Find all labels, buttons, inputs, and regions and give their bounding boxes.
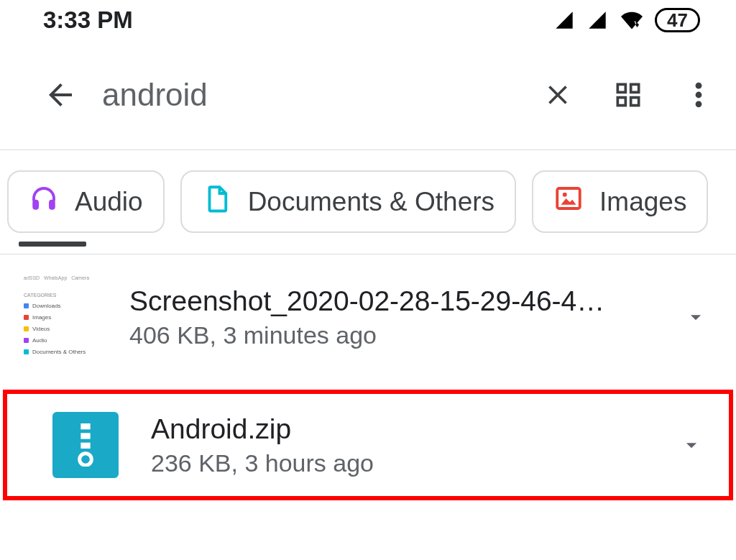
chip-documents[interactable]: Documents & Others <box>180 170 516 233</box>
svg-rect-4 <box>49 200 55 210</box>
svg-rect-5 <box>557 188 580 208</box>
chip-label: Audio <box>75 187 143 217</box>
search-input[interactable] <box>99 77 519 113</box>
svg-point-2 <box>696 101 702 107</box>
chip-label: Images <box>599 187 686 217</box>
file-name: Android.zip <box>151 413 650 445</box>
zip-icon <box>52 412 119 478</box>
screenshot-thumbnail: adSSD WhatsApp Camera CATEGORIES Downloa… <box>18 271 110 363</box>
file-thumbnail <box>39 404 132 486</box>
file-info: Android.zip 236 KB, 3 hours ago <box>151 413 650 477</box>
chevron-down-icon <box>679 433 704 457</box>
signal-icon <box>586 10 609 30</box>
status-bar: 3:33 PM 47 <box>0 0 736 40</box>
status-time: 3:33 PM <box>43 6 133 34</box>
svg-rect-7 <box>80 423 90 429</box>
list-item[interactable]: adSSD WhatsApp Camera CATEGORIES Downloa… <box>0 254 736 380</box>
highlight-annotation: Android.zip 236 KB, 3 hours ago <box>3 390 733 500</box>
wifi-icon <box>619 9 645 31</box>
status-icons: 47 <box>553 8 700 32</box>
expand-button[interactable] <box>673 305 719 329</box>
partial-list-item <box>19 242 98 247</box>
svg-point-6 <box>563 193 567 197</box>
close-icon <box>542 79 574 111</box>
app-bar <box>0 40 736 150</box>
file-meta: 406 KB, 3 minutes ago <box>129 321 654 349</box>
chip-label: Documents & Others <box>248 187 494 217</box>
svg-point-1 <box>696 92 702 98</box>
file-name: Screenshot_2020-02-28-15-29-46-4… <box>129 285 654 317</box>
chevron-down-icon <box>684 305 708 329</box>
filter-chips-row: Audio Documents & Others Images <box>0 150 736 253</box>
svg-point-10 <box>80 454 92 466</box>
more-vertical-icon <box>683 79 714 111</box>
image-icon <box>553 183 584 220</box>
back-button[interactable] <box>29 63 92 127</box>
file-thumbnail: adSSD WhatsApp Camera CATEGORIES Downloa… <box>17 270 111 364</box>
chip-images[interactable]: Images <box>532 170 708 233</box>
view-grid-button[interactable] <box>597 63 660 127</box>
grid-icon <box>612 79 644 111</box>
clear-search-button[interactable] <box>526 63 589 127</box>
list-item[interactable]: Android.zip 236 KB, 3 hours ago <box>17 398 722 492</box>
file-info: Screenshot_2020-02-28-15-29-46-4… 406 KB… <box>129 285 654 349</box>
arrow-left-icon <box>43 78 78 112</box>
svg-point-0 <box>696 83 702 89</box>
svg-rect-8 <box>80 433 90 439</box>
document-icon <box>202 183 232 220</box>
battery-level: 47 <box>655 8 700 32</box>
svg-rect-9 <box>80 443 90 449</box>
svg-rect-3 <box>32 200 39 210</box>
overflow-menu-button[interactable] <box>667 63 730 127</box>
headphones-icon <box>29 183 59 220</box>
file-meta: 236 KB, 3 hours ago <box>151 449 650 477</box>
signal-icon <box>553 10 576 30</box>
expand-button[interactable] <box>668 433 714 457</box>
chip-audio[interactable]: Audio <box>7 170 165 233</box>
